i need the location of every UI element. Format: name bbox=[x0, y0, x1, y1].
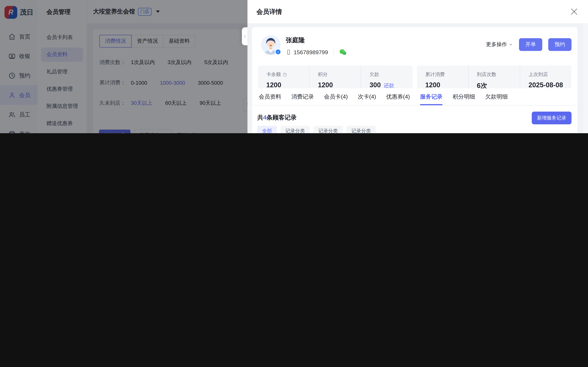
wechat-icon[interactable] bbox=[339, 48, 347, 56]
help-icon[interactable] bbox=[282, 72, 287, 77]
detail-tabs: 会员资料 消费记录 会员卡(4) 次卡(4) 优惠券(4) 服务记录 积分明细 … bbox=[252, 88, 577, 106]
record-chip-all[interactable]: 全部 bbox=[257, 126, 277, 133]
stat-label: 上次到店 bbox=[528, 71, 548, 78]
stat-value: 300还款 bbox=[370, 81, 413, 89]
app-root: R 茂日 首页 收银 预约 会员 员工 库存 收支 报表 营销 短信 通知 设置… bbox=[0, 0, 588, 133]
service-records-section: 共4条顾客记录 新增服务记录 全部 记录分类 记录分类 记录分类 2025-08… bbox=[252, 106, 577, 133]
tab-count-cards[interactable]: 次卡(4) bbox=[358, 88, 376, 105]
stat-value: 1200 bbox=[318, 81, 361, 89]
book-button[interactable]: 预约 bbox=[548, 38, 571, 51]
divider bbox=[333, 49, 334, 55]
drawer-scrollbar[interactable] bbox=[583, 23, 588, 133]
chevron-right-icon bbox=[243, 34, 247, 38]
drawer-collapse-handle[interactable] bbox=[242, 27, 247, 45]
open-bill-button[interactable]: 开单 bbox=[519, 38, 542, 51]
detail-tabs-panel: 会员资料 消费记录 会员卡(4) 次卡(4) 优惠券(4) 服务记录 积分明细 … bbox=[252, 88, 577, 133]
records-count: 4 bbox=[263, 114, 267, 121]
records-summary: 共4条顾客记录 bbox=[257, 114, 297, 122]
tab-consume-records[interactable]: 消费记录 bbox=[291, 88, 314, 105]
stat-value: 1200 bbox=[266, 81, 309, 89]
tab-service-records[interactable]: 服务记录 bbox=[420, 88, 442, 105]
tab-member-cards[interactable]: 会员卡(4) bbox=[324, 88, 348, 105]
close-icon[interactable] bbox=[570, 8, 578, 16]
member-detail-drawer: 会员详情 ♂ 张庭隆 15678989799 更多操作 开单 bbox=[247, 0, 588, 133]
stat-label: 到店次数 bbox=[477, 71, 496, 78]
stat-label: 积分 bbox=[318, 71, 328, 78]
repay-link[interactable]: 还款 bbox=[384, 82, 394, 88]
chevron-down-icon bbox=[509, 42, 513, 47]
stat-value: 2025-08-08 bbox=[528, 81, 571, 89]
member-name: 张庭隆 bbox=[286, 36, 347, 44]
stat-label: 欠款 bbox=[370, 71, 379, 78]
drawer-titlebar: 会员详情 bbox=[247, 0, 588, 23]
member-phone: 15678989799 bbox=[294, 49, 328, 55]
add-service-record-button[interactable]: 新增服务记录 bbox=[532, 112, 571, 124]
tab-debt-detail[interactable]: 欠款明细 bbox=[485, 88, 508, 105]
tab-member-info[interactable]: 会员资料 bbox=[259, 88, 281, 105]
record-chip-category[interactable]: 记录分类 bbox=[346, 126, 376, 133]
record-chip-category[interactable]: 记录分类 bbox=[281, 126, 310, 133]
mobile-phone-icon bbox=[286, 50, 291, 55]
modal-mask[interactable] bbox=[0, 0, 247, 133]
tab-coupons[interactable]: 优惠券(4) bbox=[386, 88, 410, 105]
avatar: ♂ bbox=[261, 35, 281, 55]
drawer-title: 会员详情 bbox=[256, 7, 282, 16]
tab-points-detail[interactable]: 积分明细 bbox=[453, 88, 475, 105]
stat-label: 卡余额 bbox=[266, 71, 281, 78]
gender-male-badge: ♂ bbox=[275, 49, 281, 55]
stat-label: 累计消费 bbox=[425, 71, 445, 78]
record-chip-category[interactable]: 记录分类 bbox=[313, 126, 343, 133]
record-filter-chips: 全部 记录分类 记录分类 记录分类 bbox=[257, 126, 571, 133]
more-actions-button[interactable]: 更多操作 bbox=[486, 41, 513, 48]
stat-value: 1200 bbox=[425, 81, 468, 89]
